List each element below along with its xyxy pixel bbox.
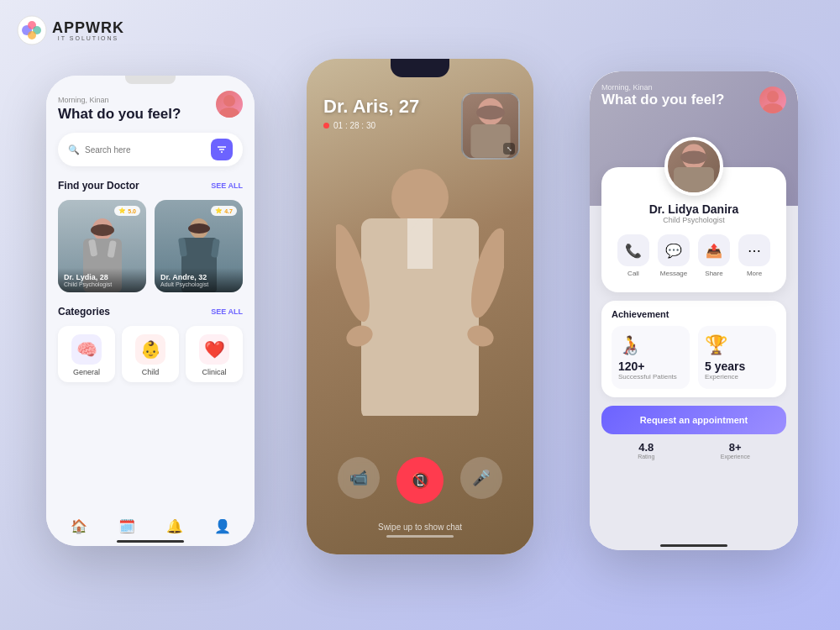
doctor-2-spec: Adult Psychologist: [160, 281, 237, 287]
svg-point-31: [767, 91, 779, 102]
search-input[interactable]: [85, 145, 206, 155]
svg-point-20: [391, 169, 449, 226]
share-label: Share: [705, 270, 722, 277]
action-more[interactable]: ⋯ More: [738, 234, 770, 277]
find-doctor-see-all[interactable]: SEE ALL: [211, 181, 243, 190]
minimize-icon[interactable]: ⤡: [503, 143, 515, 155]
achievement-row: 🧑‍🦽 120+ Successful Patients 🏆 5 years E…: [612, 326, 776, 389]
home-indicator-right: [660, 544, 727, 547]
doctor-card-2[interactable]: Dr. Andre, 32 Adult Psychologist ⭐ 4.7: [155, 200, 243, 292]
doctor-profile-card: Dr. Lidya Danira Child Psychologist 📞 Ca…: [601, 167, 786, 292]
stat-experience: 8+ Experience: [721, 441, 750, 459]
call-controls: 📹 📵 🎤: [307, 457, 533, 504]
user-avatar-right[interactable]: [759, 87, 786, 113]
doctor-2-name: Dr. Andre, 32: [160, 273, 237, 281]
nav-calendar[interactable]: 🗓️: [118, 518, 135, 534]
find-doctor-header: Find your Doctor SEE ALL: [58, 180, 243, 192]
patients-desc: Successful Patients: [618, 373, 677, 381]
child-icon: 👶: [135, 334, 165, 365]
recording-indicator: [323, 123, 329, 129]
swipe-bar: [386, 535, 454, 538]
action-buttons: 📞 Call 💬 Message 📤 Share ⋯ More: [613, 234, 774, 277]
greeting-big-right: What do you feel?: [601, 92, 786, 108]
more-label: More: [747, 270, 762, 277]
call-timer: 01 : 28 : 30: [323, 121, 419, 130]
phone-right: Morning, Kinan What do you feel? Dr. Lid…: [590, 71, 798, 550]
achievement-patients: 🧑‍🦽 120+ Successful Patients: [612, 326, 690, 389]
clinical-icon: ❤️: [199, 334, 229, 365]
svg-rect-35: [674, 167, 714, 196]
doctor-big-avatar: [664, 137, 723, 196]
end-call-button[interactable]: 📵: [396, 457, 444, 504]
doctor-profile-name: Dr. Lidya Danira: [613, 202, 774, 216]
action-message[interactable]: 💬 Message: [658, 234, 690, 277]
patients-icon: 🧑‍🦽: [618, 334, 641, 356]
swipe-hint: Swipe up to show chat: [307, 522, 533, 538]
category-clinical[interactable]: ❤️ Clinical: [186, 326, 243, 382]
action-share[interactable]: 📤 Share: [698, 234, 730, 277]
category-child-label: Child: [142, 368, 160, 376]
category-clinical-label: Clinical: [202, 368, 226, 376]
stat-rating-num: 4.8: [638, 441, 654, 454]
stat-rating-label: Rating: [638, 454, 654, 459]
doctor-1-rating: ⭐ 5.0: [114, 206, 140, 216]
nav-home[interactable]: 🏠: [71, 518, 87, 534]
svg-point-4: [28, 31, 36, 39]
svg-point-32: [763, 103, 783, 113]
notch-left: [125, 76, 176, 84]
more-icon-btn: ⋯: [738, 234, 770, 266]
categories-see-all[interactable]: SEE ALL: [211, 307, 243, 316]
message-icon-btn: 💬: [658, 234, 690, 266]
logo-text: APPWRK: [52, 19, 124, 36]
stat-exp-num: 8+: [721, 441, 750, 454]
greeting-big-left: What do you feel?: [58, 106, 243, 123]
patients-num: 120+: [618, 360, 645, 373]
experience-desc: Experience: [705, 373, 738, 381]
doctor-2-rating: ⭐ 4.7: [211, 206, 237, 216]
category-child[interactable]: 👶 Child: [122, 326, 179, 382]
categories-header: Categories SEE ALL: [58, 306, 243, 318]
share-icon-btn: 📤: [698, 234, 730, 266]
svg-point-34: [680, 150, 707, 164]
categories-row: 🧠 General 👶 Child ❤️ Clinical: [58, 326, 243, 382]
call-icon-btn: 📞: [617, 234, 649, 266]
greeting-small-left: Morning, Kinan: [58, 96, 243, 104]
doctor-1-spec: Child Psychologist: [64, 281, 140, 287]
general-icon: 🧠: [71, 334, 102, 365]
find-doctor-title: Find your Doctor: [58, 180, 139, 192]
doctors-row: Dr. Lydia, 28 Child Psychologist ⭐ 5.0: [58, 200, 243, 292]
svg-point-29: [476, 105, 505, 119]
filter-button[interactable]: [211, 139, 233, 160]
logo-icon: [17, 15, 47, 45]
category-general[interactable]: 🧠 General: [58, 326, 115, 382]
category-general-label: General: [73, 368, 100, 376]
stat-exp-label: Experience: [721, 454, 750, 459]
experience-num: 5 years: [705, 360, 745, 373]
video-toggle-button[interactable]: 📹: [338, 457, 380, 499]
request-appointment-button[interactable]: Request an appointment: [601, 406, 786, 434]
nav-profile[interactable]: 👤: [214, 518, 231, 534]
greeting-small-right: Morning, Kinan: [601, 83, 786, 92]
caller-name: Dr. Aris, 27: [323, 96, 419, 118]
svg-point-17: [188, 223, 210, 234]
svg-point-12: [91, 224, 114, 236]
home-indicator: [117, 540, 184, 543]
timer-text: 01 : 28 : 30: [333, 121, 375, 130]
nav-notifications[interactable]: 🔔: [166, 518, 183, 534]
user-avatar-left[interactable]: [216, 91, 243, 118]
categories-title: Categories: [58, 306, 110, 318]
search-bar[interactable]: 🔍: [58, 133, 243, 166]
phone-middle: Dr. Aris, 27 01 : 28 : 30 ⤡ 📹: [307, 59, 533, 554]
doctor-profile-spec: Child Psychologist: [613, 216, 774, 224]
notch-middle: [391, 59, 449, 77]
bottom-stats: 4.8 Rating 8+ Experience: [601, 441, 786, 459]
self-video[interactable]: ⤡: [461, 92, 520, 160]
mute-button[interactable]: 🎤: [460, 457, 502, 499]
action-call[interactable]: 📞 Call: [617, 234, 649, 277]
logo: APPWRK IT SOLUTIONS: [17, 15, 124, 45]
search-icon: 🔍: [68, 144, 80, 155]
achievement-title: Achievement: [612, 309, 776, 319]
caller-info: Dr. Aris, 27 01 : 28 : 30: [323, 96, 419, 130]
svg-point-5: [223, 95, 235, 107]
doctor-card-1[interactable]: Dr. Lydia, 28 Child Psychologist ⭐ 5.0: [58, 200, 146, 292]
